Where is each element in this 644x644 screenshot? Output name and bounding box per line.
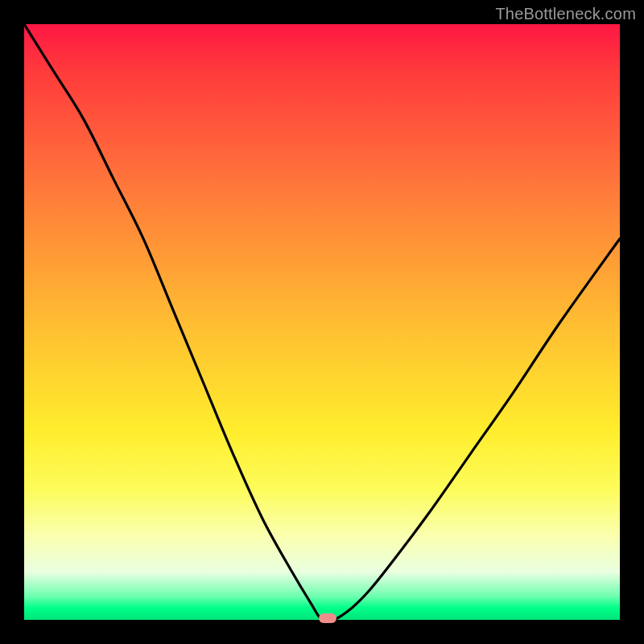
watermark-text: TheBottleneck.com — [495, 5, 636, 23]
bottleneck-curve — [24, 24, 620, 620]
plot-area — [24, 24, 620, 620]
chart-frame: TheBottleneck.com — [0, 0, 644, 644]
optimal-point-marker — [319, 613, 336, 623]
